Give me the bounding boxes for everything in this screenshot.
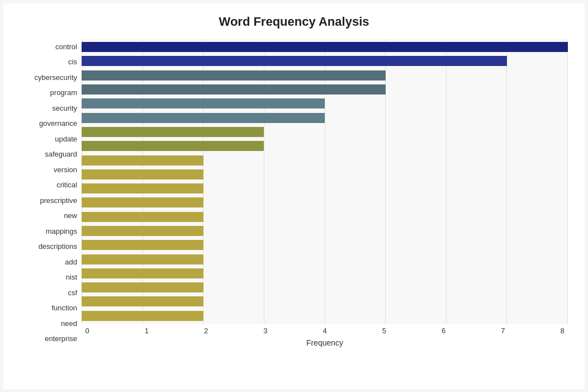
y-label: governance bbox=[20, 120, 77, 127]
bar bbox=[82, 183, 203, 193]
bar-row bbox=[82, 69, 568, 82]
x-ticks: 012345678 bbox=[82, 324, 568, 335]
bar bbox=[82, 141, 264, 151]
bar bbox=[82, 296, 203, 306]
y-label: enterprise bbox=[20, 335, 77, 342]
chart-title: Word Frequency Analysis bbox=[20, 15, 568, 29]
y-label: program bbox=[20, 89, 77, 96]
bar-row bbox=[82, 168, 568, 181]
x-tick: 6 bbox=[438, 327, 449, 335]
bar bbox=[82, 127, 264, 137]
y-label: new bbox=[20, 212, 77, 219]
bars-and-xaxis: 012345678 Frequency bbox=[82, 39, 568, 347]
y-label: mappings bbox=[20, 228, 77, 235]
bar-row bbox=[82, 97, 568, 110]
x-tick: 0 bbox=[82, 327, 93, 335]
y-label: safeguard bbox=[20, 150, 77, 158]
bar-row bbox=[82, 182, 568, 195]
bar bbox=[82, 42, 568, 52]
y-axis: controlciscybersecurityprogramsecuritygo… bbox=[20, 39, 82, 347]
y-label: version bbox=[20, 166, 77, 173]
y-label: nist bbox=[20, 273, 77, 281]
x-tick: 7 bbox=[497, 327, 509, 335]
bar bbox=[82, 254, 203, 265]
bar-row bbox=[82, 112, 568, 124]
y-label: cybersecurity bbox=[20, 74, 77, 81]
bar bbox=[82, 212, 203, 222]
bar bbox=[82, 197, 203, 207]
y-label: csf bbox=[20, 289, 77, 296]
x-axis: 012345678 Frequency bbox=[82, 324, 568, 347]
bar bbox=[82, 268, 203, 278]
bar bbox=[82, 98, 325, 108]
bar-row bbox=[82, 41, 568, 53]
bar-row bbox=[82, 253, 568, 266]
bars-column bbox=[82, 39, 568, 324]
y-label: add bbox=[20, 258, 77, 266]
bar-row bbox=[82, 239, 568, 251]
x-tick: 5 bbox=[378, 327, 390, 335]
bar-row bbox=[82, 140, 568, 152]
y-label: control bbox=[20, 43, 77, 50]
bar-row bbox=[82, 310, 568, 322]
bar bbox=[82, 311, 203, 321]
bar bbox=[82, 113, 325, 123]
y-label: function bbox=[20, 304, 77, 311]
bar-row bbox=[82, 83, 568, 96]
bar-row bbox=[82, 295, 568, 308]
bar bbox=[82, 84, 386, 95]
bar-row bbox=[82, 55, 568, 67]
bar-row bbox=[82, 126, 568, 138]
x-tick: 8 bbox=[557, 327, 568, 335]
bar-row bbox=[82, 154, 568, 167]
y-label: need bbox=[20, 320, 77, 327]
bar bbox=[82, 169, 203, 180]
x-tick: 2 bbox=[201, 327, 212, 335]
x-tick: 1 bbox=[141, 327, 152, 335]
bars-area bbox=[82, 39, 568, 324]
x-tick: 3 bbox=[260, 327, 271, 335]
y-label: descriptions bbox=[20, 243, 77, 250]
bar-row bbox=[82, 267, 568, 280]
y-label: critical bbox=[20, 181, 77, 188]
bar bbox=[82, 240, 203, 250]
bar bbox=[82, 56, 507, 66]
bar bbox=[82, 155, 203, 166]
bar bbox=[82, 226, 203, 236]
bar-row bbox=[82, 225, 568, 237]
bar-row bbox=[82, 196, 568, 209]
chart-container: Word Frequency Analysis controlciscybers… bbox=[3, 3, 585, 389]
y-label: cis bbox=[20, 58, 77, 65]
bar bbox=[82, 282, 203, 292]
bar-row bbox=[82, 281, 568, 294]
bar bbox=[82, 70, 386, 81]
x-tick: 4 bbox=[319, 327, 330, 335]
x-axis-label: Frequency bbox=[82, 338, 568, 347]
y-label: security bbox=[20, 105, 77, 112]
y-label: update bbox=[20, 135, 77, 143]
chart-area: controlciscybersecurityprogramsecuritygo… bbox=[20, 39, 568, 347]
y-label: prescriptive bbox=[20, 197, 77, 204]
bar-row bbox=[82, 211, 568, 223]
